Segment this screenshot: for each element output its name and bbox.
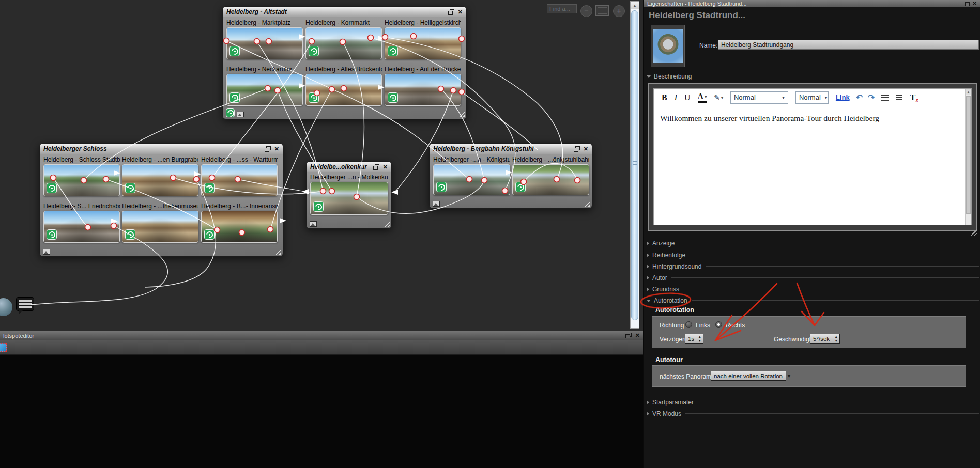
hotspot-editor-titlebar[interactable]: lotspoteditor ✕ (0, 331, 643, 340)
spinner-up-icon[interactable]: ▲ (698, 335, 701, 338)
name-input[interactable] (718, 40, 979, 50)
redo-icon[interactable]: ↷ (868, 92, 875, 102)
scrollbar-thumb[interactable] (966, 96, 971, 214)
group-window-schloss[interactable]: Heidelberger Schloss ✕ Heidelberg - Schl… (39, 143, 283, 257)
panorama-thumb[interactable]: Heidelberg - Kornmarkt (305, 19, 382, 59)
panorama-thumb[interactable]: Heidelberg - Auf der Brücke (385, 66, 461, 106)
resize-grip[interactable] (382, 220, 390, 227)
section-autor[interactable]: Autor (644, 273, 980, 282)
radio-links[interactable] (685, 321, 692, 328)
panorama-thumb[interactable]: Heidelberg - Heiliggeistkirche (385, 19, 461, 59)
scroll-up-icon[interactable]: ▲ (966, 89, 971, 95)
float-icon[interactable] (965, 2, 970, 6)
window-titlebar[interactable]: Heidelberg - Bergbahn Königstuhl ✕ (430, 144, 592, 154)
panorama-image[interactable] (201, 164, 278, 196)
links-label[interactable]: Links (696, 322, 710, 329)
section-autorotation[interactable]: Autorotation (644, 296, 980, 305)
editor-scrollbar[interactable]: ▲ (965, 89, 971, 225)
panorama-thumb[interactable]: Heidelberg - Neckarufer (226, 66, 303, 106)
float-icon[interactable] (265, 146, 271, 152)
resize-grip[interactable] (457, 110, 465, 117)
panorama-thumb[interactable]: Heidelberg - B...- Innenansicht (201, 202, 278, 243)
scroll-up-icon[interactable]: ▲ (631, 2, 639, 9)
section-beschreibung[interactable]: Beschreibung (644, 72, 980, 81)
highlighter-button[interactable]: ✎▾ (714, 93, 723, 102)
panorama-image[interactable] (201, 211, 278, 243)
close-icon[interactable]: ✕ (635, 333, 640, 338)
panorama-thumb[interactable]: Heidelberg - ...en Burggraben (122, 156, 198, 196)
undo-icon[interactable]: ↶ (856, 92, 863, 102)
spinner-down-icon[interactable]: ▼ (698, 339, 701, 342)
panorama-image[interactable] (512, 164, 589, 195)
tour-canvas[interactable]: − + Heidelberg - Altstadt ✕ Heidelberg -… (0, 0, 643, 331)
resize-grip[interactable] (274, 247, 281, 255)
search-input[interactable] (547, 4, 577, 13)
spinner-up-icon[interactable]: ▲ (835, 335, 838, 338)
close-icon[interactable]: ✕ (383, 164, 388, 170)
fit-view-button[interactable] (595, 5, 609, 16)
panorama-image[interactable] (43, 211, 120, 243)
window-titlebar[interactable]: Heidelberg - Altstadt ✕ (223, 7, 466, 17)
richtext-area[interactable]: B I U A▾ ✎▾ Normal▾ Normal▾ Link ↶ ↷ T✗ … (653, 88, 972, 225)
panorama-image[interactable] (226, 27, 303, 59)
selection-tool-icon[interactable] (0, 343, 7, 352)
scrollbar-thumb[interactable] (631, 10, 638, 320)
section-hintergrundsound[interactable]: Hintergrundsound (644, 262, 980, 271)
panorama-image[interactable] (385, 74, 461, 106)
group-window-molkenkur[interactable]: Heidelbe...olkenkur ✕ Heidelberger ...n … (306, 161, 392, 229)
float-icon[interactable] (448, 9, 454, 15)
bullet-list-icon[interactable] (881, 95, 889, 101)
underline-button[interactable]: U (684, 93, 691, 102)
bold-button[interactable]: B (662, 93, 667, 102)
panorama-thumb[interactable]: Heidelberger -...n - Königstuhl (433, 156, 510, 195)
link-button[interactable]: Link (836, 93, 850, 101)
panorama-thumb[interactable]: Heidelberg - Altes Brückentor (305, 66, 382, 106)
panorama-thumb[interactable]: Heidelberg - ...thekenmuseum (122, 202, 198, 243)
zoom-in-button[interactable]: + (613, 5, 625, 17)
canvas-scrollbar[interactable]: ▲ (630, 1, 639, 329)
panorama-image[interactable] (305, 27, 382, 59)
panorama-image[interactable] (385, 27, 461, 59)
next-panorama-select[interactable]: nach einer vollen Rotation ▼ (711, 371, 786, 381)
close-icon[interactable]: ✕ (458, 9, 463, 15)
panorama-thumb[interactable]: Heidelberg - ...ss - Wartturm (201, 156, 278, 196)
font-format-select[interactable]: Normal▾ (795, 91, 829, 104)
verzoegerung-spinner[interactable]: 1s ▲▼ (685, 334, 703, 344)
panorama-thumb[interactable]: Heidelberg - Marktplatz (226, 19, 303, 59)
panorama-thumb[interactable]: Heidelberg - Schloss Stadtblick (43, 156, 120, 196)
description-text[interactable]: Willkommen zu unserer virtuellen Panoram… (654, 106, 971, 130)
float-icon[interactable] (625, 333, 632, 338)
clear-format-button[interactable]: T✗ (910, 93, 915, 102)
properties-titlebar[interactable]: Eigenschaften - Heidelberg Stadtrund... … (644, 0, 980, 7)
panorama-image[interactable] (305, 74, 382, 106)
window-titlebar[interactable]: Heidelberger Schloss ✕ (40, 144, 283, 154)
font-color-button[interactable]: A▾ (698, 92, 707, 103)
float-icon[interactable] (574, 146, 580, 152)
panorama-image[interactable] (226, 74, 303, 106)
globe-icon[interactable] (0, 298, 12, 316)
panorama-image[interactable] (43, 164, 120, 196)
rechts-label[interactable]: Rechts (726, 322, 745, 329)
italic-button[interactable]: I (675, 93, 677, 102)
float-icon[interactable] (373, 164, 379, 170)
close-icon[interactable]: ✕ (973, 1, 977, 6)
comment-bubble-icon[interactable] (16, 297, 34, 311)
panorama-image[interactable] (433, 164, 510, 195)
section-anzeige[interactable]: Anzeige (644, 239, 980, 247)
panorama-thumb[interactable]: Heidelberg - ...önigstuhlbahn (512, 156, 589, 195)
geschwindigkeit-spinner[interactable]: 5°/sek ▲▼ (810, 334, 840, 344)
spinner-down-icon[interactable]: ▼ (835, 339, 838, 342)
group-window-koenigstuhl[interactable]: Heidelberg - Bergbahn Königstuhl ✕ Heide… (429, 143, 592, 209)
close-icon[interactable]: ✕ (584, 146, 588, 152)
zoom-out-button[interactable]: − (580, 5, 592, 17)
panorama-image[interactable] (122, 211, 198, 243)
window-titlebar[interactable]: Heidelbe...olkenkur ✕ (307, 162, 391, 172)
radio-rechts[interactable] (715, 321, 722, 328)
spinner-arrows[interactable]: ▲▼ (833, 334, 839, 343)
panorama-thumb[interactable]: Heidelberg- S... Friedrichsbau (43, 202, 120, 243)
close-icon[interactable]: ✕ (274, 146, 279, 152)
resize-grip[interactable] (970, 228, 977, 236)
panorama-thumb[interactable]: Heidelberger ...n - Molkenkur (310, 174, 388, 215)
section-vr-modus[interactable]: VR Modus (644, 409, 980, 418)
spinner-arrows[interactable]: ▲▼ (697, 334, 703, 343)
